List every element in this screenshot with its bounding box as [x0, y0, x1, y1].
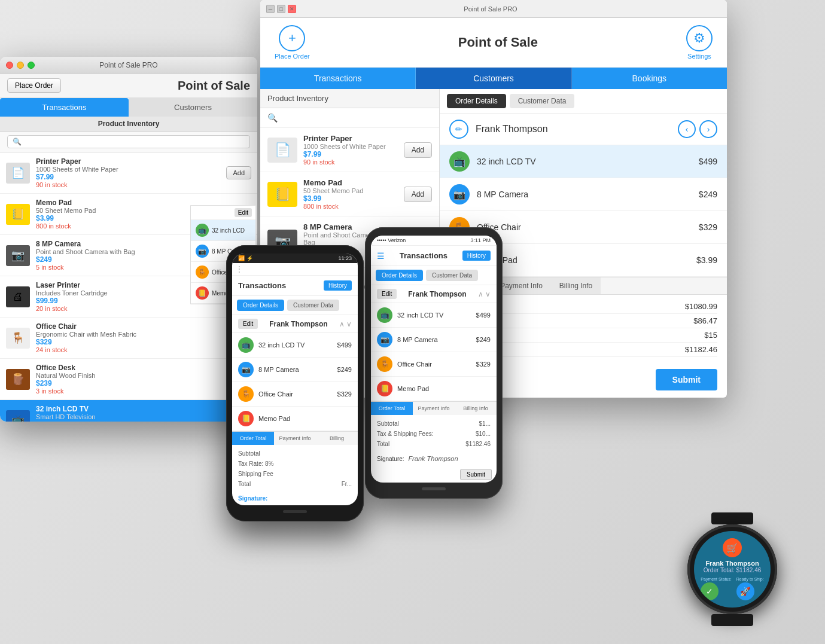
win-next-button[interactable]: ›: [699, 120, 717, 138]
watch-action-buttons: Payment Status: ✓ Ready to Ship: 🚀: [701, 577, 763, 600]
phone-1-tab-order[interactable]: Order Details: [237, 300, 284, 311]
win-minimize[interactable]: ─: [266, 5, 275, 13]
mac-close-btn[interactable]: [6, 62, 13, 69]
watch-body: 🛒 Frank Thompson Order Total: $1182.46 P…: [687, 524, 777, 614]
win-prev-button[interactable]: ‹: [678, 120, 696, 138]
phone-1-subtotal-row: Subtotal: [238, 448, 352, 459]
phone-2-tab-customer[interactable]: Customer Data: [426, 270, 478, 281]
phone-1-customer-name: Frank Thompson: [269, 320, 327, 328]
mac-search-input[interactable]: [7, 135, 250, 148]
phone-2-history-button[interactable]: History: [462, 251, 491, 261]
phone-2-customer-row: Edit Frank Thompson ∧ ∨: [371, 285, 497, 303]
win-tab-customers[interactable]: Customers: [416, 68, 571, 89]
mac-product-name: Office Desk: [36, 364, 221, 372]
phone-2-tab-billing[interactable]: Billing Info: [455, 402, 497, 415]
mac-product-stock: 20 in stock: [36, 305, 221, 312]
win-settings[interactable]: ⚙ Settings: [686, 25, 713, 60]
mac-product-info: Printer Paper 1000 Sheets of White Paper…: [36, 157, 221, 188]
phone-1-menu-row: ⋮: [232, 263, 358, 276]
phone-1-subtotal-label: Subtotal: [238, 450, 260, 457]
win-product-stock: 90 in stock: [303, 158, 399, 166]
phone-1-statusbar: 📶 ⚡ 11:23: [232, 254, 358, 263]
phone-1-bottom-tabs: Order Total Payment Info Billing: [232, 431, 358, 445]
win-product-price: $7.99: [303, 150, 399, 158]
mac-edit-button[interactable]: Edit: [235, 208, 252, 217]
phone-2-submit-row: Submit: [371, 466, 497, 483]
phone-1-status-left: 📶 ⚡: [238, 255, 253, 261]
win-close[interactable]: ✕: [288, 5, 296, 13]
phone-1-order-item: 📷 8 MP Camera $249: [232, 358, 358, 382]
mac-product-thumb: 🪑: [6, 328, 30, 349]
mac-product-desc: Ergonomic Chair with Mesh Fabric: [36, 331, 221, 338]
phone-2-tab-total[interactable]: Order Total: [371, 402, 413, 415]
phone-1-tab-customer[interactable]: Customer Data: [287, 300, 339, 311]
win-place-order[interactable]: + Place Order: [275, 25, 310, 60]
mac-product-thumb: 🖨: [6, 286, 30, 307]
phone-1-order-name: 8 MP Camera: [258, 366, 337, 373]
mac-product-info: 32 inch LCD TV Smart HD Television $499 …: [36, 405, 221, 422]
watch-band-bottom: [711, 614, 753, 626]
win-tab-customer-data[interactable]: Customer Data: [510, 94, 575, 108]
win-plus-icon: +: [279, 25, 305, 51]
watch-cart-icon: 🛒: [723, 538, 742, 557]
win-add-button[interactable]: Add: [404, 142, 432, 158]
mac-minimize-btn[interactable]: [17, 62, 24, 69]
phone-2-chevron: ∧ ∨: [478, 290, 491, 298]
win-customer-name: Frank Thompson: [476, 124, 678, 135]
mac-tab-customers[interactable]: Customers: [129, 98, 257, 117]
win-edit-icon[interactable]: ✏: [449, 120, 468, 139]
win-maximize[interactable]: □: [277, 5, 285, 13]
phone-1-status-right: 11:23: [338, 255, 352, 261]
win-customer-header: ✏ Frank Thompson ‹ ›: [440, 114, 727, 145]
phone-1-customer-row: Edit Frank Thompson ∧ ∨: [232, 315, 358, 333]
phone-1-edit-button[interactable]: Edit: [238, 319, 258, 329]
win-tab-bookings[interactable]: Bookings: [572, 68, 727, 89]
phone-1-history-button[interactable]: History: [324, 280, 352, 291]
watch-ship-button[interactable]: 🚀: [736, 582, 754, 600]
phone-1-tab-payment[interactable]: Payment Info: [274, 432, 316, 445]
mac-add-button[interactable]: Add: [226, 166, 251, 179]
mac-product-thumb: 🪵: [6, 369, 30, 390]
win-tab-order-details[interactable]: Order Details: [447, 94, 506, 108]
phone-1-tab-billing[interactable]: Billing: [316, 432, 358, 445]
watch-checkmark-button[interactable]: ✓: [701, 582, 719, 600]
phone-2-order-icon: 📺: [377, 307, 392, 323]
win-tab-transactions[interactable]: Transactions: [260, 68, 416, 89]
mac-tab-transactions[interactable]: Transactions: [0, 98, 129, 117]
win-product-desc: 50 Sheet Memo Pad: [303, 187, 399, 194]
mac-place-order-button[interactable]: Place Order: [7, 78, 61, 93]
phone-2-order-item: 📺 32 inch LCD TV $499: [371, 303, 497, 328]
win-right-tabs: Order Details Customer Data: [440, 89, 727, 114]
order-item-icon: 📺: [196, 224, 209, 237]
phone-1-outer: 📶 ⚡ 11:23 ⋮ Transactions History Order D…: [226, 245, 364, 521]
phone-2-tab-order[interactable]: Order Details: [376, 270, 423, 281]
mac-maximize-btn[interactable]: [28, 62, 35, 69]
order-item-name: 32 inch LCD: [212, 227, 245, 234]
phone-2-subtotal-row: Subtotal $1...: [377, 419, 491, 429]
mac-product-name: 32 inch LCD TV: [36, 405, 221, 413]
mac-product-thumb: 📄: [6, 163, 30, 184]
win-shipping-amount: $15: [669, 331, 717, 340]
win-order-item-price: $249: [699, 190, 717, 199]
phone-2-tab-payment[interactable]: Payment Info: [413, 402, 455, 415]
win-total-amount: $1182.46: [669, 345, 717, 354]
phone-2-submit-button[interactable]: Submit: [460, 469, 492, 480]
win-product-item: 📄 Printer Paper 1000 Sheets of White Pap…: [260, 128, 439, 172]
mac-toolbar: Place Order Point of Sale: [0, 74, 257, 98]
win-controls: ─ □ ✕: [266, 5, 296, 13]
win-submit-button[interactable]: Submit: [656, 369, 717, 390]
win-window-title: Point of Sale PRO: [464, 5, 517, 13]
watch-payment-label: Payment Status:: [701, 577, 731, 581]
phone-1-header: Transactions History: [232, 276, 358, 296]
mac-product-item-selected: 📺 32 inch LCD TV Smart HD Television $49…: [0, 400, 257, 422]
phone-2-tax-label: Tax & Shipping Fees:: [377, 431, 434, 437]
win-order-item-price: $329: [699, 222, 717, 232]
phone-1-tax-label: Tax Rate: 8%: [238, 460, 273, 467]
win-product-info: Printer Paper 1000 Sheets of White Paper…: [303, 134, 399, 166]
phone-1-tab-total[interactable]: Order Total: [232, 432, 274, 445]
phone-2-sig-label: Signature:: [377, 456, 404, 462]
win-add-button[interactable]: Add: [404, 187, 432, 202]
phone-1-order-name: Office Chair: [258, 390, 337, 398]
win-totals-tab-billing[interactable]: Billing Info: [551, 277, 601, 294]
phone-2-edit-button[interactable]: Edit: [377, 289, 397, 299]
